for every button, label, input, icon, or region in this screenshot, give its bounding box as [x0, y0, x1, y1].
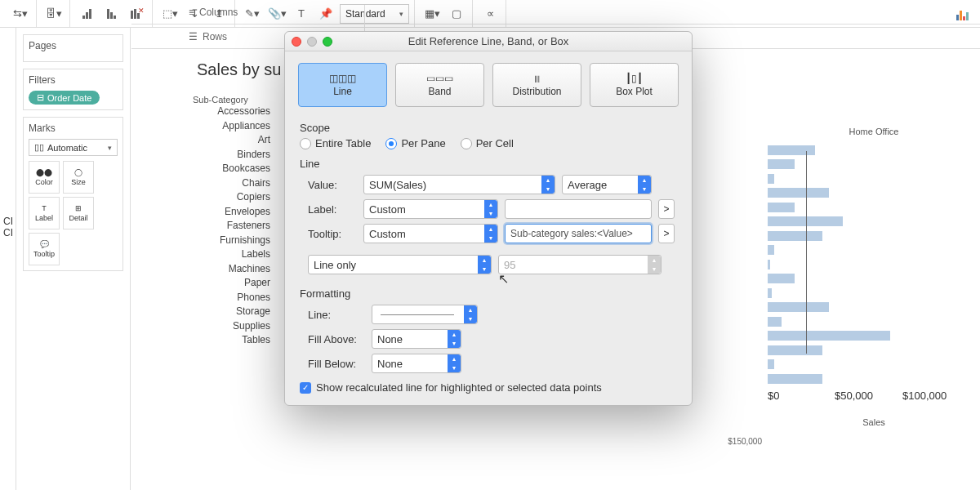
- filter-pill-label: Order Date: [47, 93, 91, 103]
- edit-reference-dialog: Edit Reference Line, Band, or Box ◫◫◫Lin…: [284, 31, 693, 406]
- row-label[interactable]: Fasteners: [197, 219, 270, 234]
- bar: [768, 174, 774, 184]
- tooltip-button[interactable]: 💬Tooltip: [29, 233, 60, 265]
- bar-row[interactable]: [768, 301, 980, 315]
- confidence-select: 95: [498, 255, 662, 274]
- svg-rect-4: [110, 12, 113, 19]
- bar-row[interactable]: [768, 358, 980, 372]
- bar-row[interactable]: [768, 243, 980, 258]
- sortdesc-icon[interactable]: [101, 3, 122, 24]
- recalc-checkbox[interactable]: ✓ Show recalculated line for highlighted…: [300, 381, 677, 394]
- tooltip-mode-select[interactable]: Custom: [363, 224, 498, 243]
- radio-label: Per Pane: [401, 137, 445, 149]
- tab-line[interactable]: ◫◫◫Line: [298, 63, 387, 107]
- filters-title: Filters: [29, 74, 118, 86]
- tooltip-insert-button[interactable]: >: [658, 224, 675, 243]
- fill-below-label: Fill Below:: [308, 358, 365, 370]
- fill-above-select[interactable]: None: [372, 329, 461, 349]
- row-label[interactable]: Copiers: [197, 190, 270, 205]
- row-label[interactable]: Phones: [197, 291, 270, 305]
- cards-sidebar: Pages Filters ⊟ Order Date Marks ▯▯ Auto…: [16, 28, 131, 490]
- leftstub-text-2: CI: [0, 227, 16, 238]
- axis-tick-1: $50,000: [835, 390, 873, 402]
- recalc-label: Show recalculated line for highlighted o…: [316, 381, 602, 394]
- row-label[interactable]: Accessories: [197, 105, 270, 119]
- bar-row[interactable]: [768, 314, 980, 329]
- filter-pill-order-date[interactable]: ⊟ Order Date: [29, 91, 100, 105]
- row-label[interactable]: Supplies: [197, 319, 270, 334]
- sortasc-icon[interactable]: [77, 3, 98, 24]
- label-insert-button[interactable]: >: [658, 199, 675, 219]
- swap-icon[interactable]: ⇆▾: [10, 3, 31, 24]
- value-label: Value:: [308, 179, 357, 191]
- scope-per-cell[interactable]: Per Cell: [461, 137, 514, 149]
- bar-row[interactable]: [768, 286, 980, 301]
- size-icon: ◯: [74, 168, 82, 176]
- band-tab-icon: ▭▭▭: [426, 73, 453, 84]
- row-label[interactable]: Bookcases: [197, 162, 270, 176]
- axis-label: Sales: [768, 417, 980, 427]
- label-icon: T: [42, 204, 47, 212]
- dialog-titlebar[interactable]: Edit Reference Line, Band, or Box: [285, 32, 692, 51]
- tab-distribution[interactable]: ⫼Distribution: [492, 63, 581, 107]
- label-mode-select[interactable]: Custom: [363, 199, 498, 219]
- row-label[interactable]: Furnishings: [197, 234, 270, 248]
- rows-label: Rows: [203, 31, 227, 42]
- label-button[interactable]: TLabel: [29, 197, 60, 229]
- row-label[interactable]: Paper: [197, 276, 270, 291]
- scope-per-pane[interactable]: Per Pane: [385, 137, 445, 149]
- bar-row[interactable]: [768, 272, 980, 287]
- columns-shelf[interactable]: ≡Columns: [131, 0, 980, 24]
- bar-row[interactable]: [768, 143, 980, 158]
- bar-row[interactable]: [768, 343, 980, 358]
- scope-entire-table[interactable]: Entire Table: [300, 137, 371, 149]
- row-label[interactable]: Appliances: [197, 119, 270, 134]
- label-value-input[interactable]: [505, 199, 652, 219]
- row-label[interactable]: Tables: [197, 333, 270, 348]
- bar-row[interactable]: [768, 257, 980, 272]
- row-label[interactable]: Machines: [197, 262, 270, 277]
- value-agg-select[interactable]: Average: [562, 175, 652, 194]
- bar-row[interactable]: [768, 172, 980, 186]
- row-label[interactable]: Storage: [197, 305, 270, 319]
- input-value: Sub-category sales:<Value>: [510, 228, 633, 239]
- bar-row[interactable]: [768, 186, 980, 201]
- database-icon[interactable]: 🗄▾: [43, 3, 65, 24]
- bar-row[interactable]: [768, 229, 980, 243]
- row-label[interactable]: Art: [197, 133, 270, 148]
- detail-button[interactable]: ⊞Detail: [63, 197, 94, 229]
- bar: [768, 302, 829, 312]
- line-only-select[interactable]: Line only: [308, 255, 492, 274]
- bar: [768, 245, 774, 255]
- marks-type-select[interactable]: ▯▯ Automatic ▾: [29, 139, 118, 156]
- size-button[interactable]: ◯Size: [63, 161, 94, 194]
- bar: [768, 274, 795, 283]
- fill-below-select[interactable]: None: [372, 354, 461, 373]
- tab-boxplot[interactable]: ┃▯┃Box Plot: [590, 63, 679, 107]
- reference-line[interactable]: [806, 151, 807, 354]
- tooltip-value-input[interactable]: Sub-category sales:<Value>: [505, 224, 652, 243]
- value-field-select[interactable]: SUM(Sales): [363, 175, 555, 194]
- row-label[interactable]: Envelopes: [197, 205, 270, 220]
- bar-row[interactable]: [768, 329, 980, 344]
- row-label[interactable]: Binders: [197, 148, 270, 163]
- row-label[interactable]: Chairs: [197, 176, 270, 191]
- scope-radio-group: Entire Table Per Pane Per Cell: [300, 137, 677, 149]
- bar-icon: ▯▯: [34, 142, 44, 153]
- bar-row[interactable]: [768, 215, 980, 229]
- bar: [768, 317, 782, 327]
- mark-label: Color: [35, 178, 53, 186]
- color-button[interactable]: ⬤⬤Color: [29, 161, 60, 194]
- pane-header: Home Office: [768, 127, 980, 136]
- row-label[interactable]: Labels: [197, 247, 270, 262]
- tab-label: Line: [333, 86, 352, 97]
- bar-row[interactable]: [768, 200, 980, 215]
- tab-band[interactable]: ▭▭▭Band: [395, 63, 484, 107]
- home-office-pane: Home Office $0 $50,000 $100,000 Sales: [768, 127, 980, 427]
- bar-row[interactable]: [768, 158, 980, 172]
- formatting-heading: Formatting: [300, 287, 677, 300]
- bar-row[interactable]: [768, 372, 980, 386]
- filter-icon: ⊟: [37, 92, 44, 103]
- line-style-select[interactable]: [372, 305, 478, 324]
- tab-label: Box Plot: [616, 86, 653, 97]
